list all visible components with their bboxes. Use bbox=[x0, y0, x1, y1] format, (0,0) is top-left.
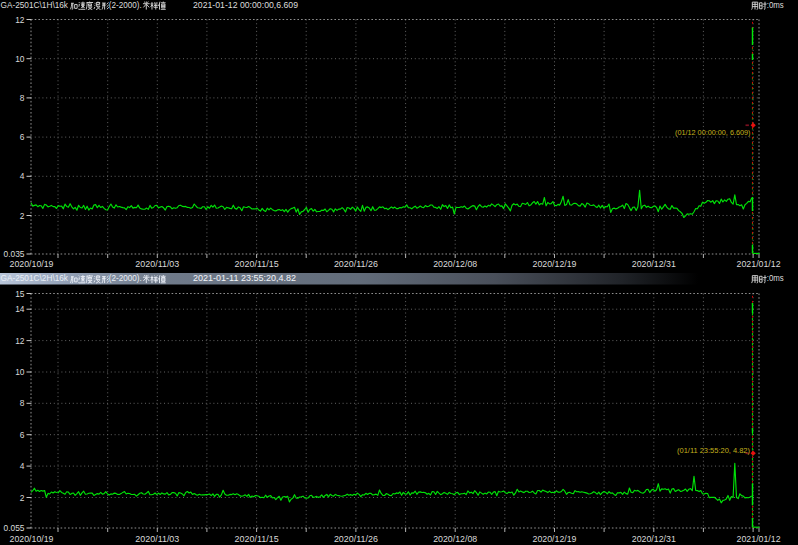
svg-text:(2-2000).: (2-2000). bbox=[109, 0, 142, 10]
svg-text:8: 8 bbox=[20, 93, 25, 103]
svg-text:2020/10/19: 2020/10/19 bbox=[10, 534, 54, 544]
svg-text:2021-01-11 23:55:20,4.82: 2021-01-11 23:55:20,4.82 bbox=[193, 273, 296, 283]
svg-text:(2-2000).: (2-2000). bbox=[109, 273, 142, 283]
svg-text:6: 6 bbox=[20, 132, 25, 142]
svg-text:2020/11/03: 2020/11/03 bbox=[135, 259, 179, 269]
svg-text:14: 14 bbox=[15, 304, 25, 314]
svg-text:2020/12/31: 2020/12/31 bbox=[632, 534, 676, 544]
svg-text:2020/12/19: 2020/12/19 bbox=[533, 259, 577, 269]
svg-text:2020/11/26: 2020/11/26 bbox=[334, 534, 378, 544]
svg-text:2020/11/03: 2020/11/03 bbox=[135, 534, 179, 544]
svg-text:2020/12/08: 2020/12/08 bbox=[433, 259, 477, 269]
svg-text:12: 12 bbox=[15, 15, 25, 25]
svg-text:6: 6 bbox=[20, 430, 25, 440]
svg-text:GA-2501C\2H\16k: GA-2501C\2H\16k bbox=[1, 273, 69, 283]
svg-text:2020/11/15: 2020/11/15 bbox=[235, 259, 279, 269]
svg-text:4: 4 bbox=[20, 461, 25, 471]
svg-text:(01/11 23:55:20, 4.82): (01/11 23:55:20, 4.82) bbox=[677, 446, 750, 455]
svg-text:10: 10 bbox=[15, 54, 25, 64]
svg-text:0.055: 0.055 bbox=[4, 523, 25, 533]
svg-text:2020/11/26: 2020/11/26 bbox=[334, 259, 378, 269]
svg-text:GA-2501C\1H\16k: GA-2501C\1H\16k bbox=[1, 0, 69, 10]
svg-text::0ms: :0ms bbox=[767, 273, 784, 283]
svg-text:10: 10 bbox=[15, 367, 25, 377]
svg-text:2020/12/08: 2020/12/08 bbox=[433, 534, 477, 544]
svg-text:(01/12 00:00:00, 6.609): (01/12 00:00:00, 6.609) bbox=[675, 128, 751, 137]
svg-text:2021/01/12: 2021/01/12 bbox=[737, 259, 781, 269]
svg-text:2021-01-12 00:00:00,6.609: 2021-01-12 00:00:00,6.609 bbox=[193, 0, 298, 10]
svg-text:15: 15 bbox=[15, 289, 25, 299]
svg-text:0.035: 0.035 bbox=[4, 249, 25, 259]
svg-text:8: 8 bbox=[20, 398, 25, 408]
svg-text:2020/11/15: 2020/11/15 bbox=[235, 534, 279, 544]
svg-text:2: 2 bbox=[20, 211, 25, 221]
svg-text::0ms: :0ms bbox=[767, 0, 784, 10]
svg-text:2: 2 bbox=[20, 493, 25, 503]
svg-text:2020/12/19: 2020/12/19 bbox=[533, 534, 577, 544]
svg-text:2020/12/31: 2020/12/31 bbox=[632, 259, 676, 269]
svg-text:4: 4 bbox=[20, 171, 25, 181]
svg-text:2021/01/12: 2021/01/12 bbox=[737, 534, 781, 544]
svg-text:2020/10/19: 2020/10/19 bbox=[10, 259, 54, 269]
svg-text:12: 12 bbox=[15, 336, 25, 346]
